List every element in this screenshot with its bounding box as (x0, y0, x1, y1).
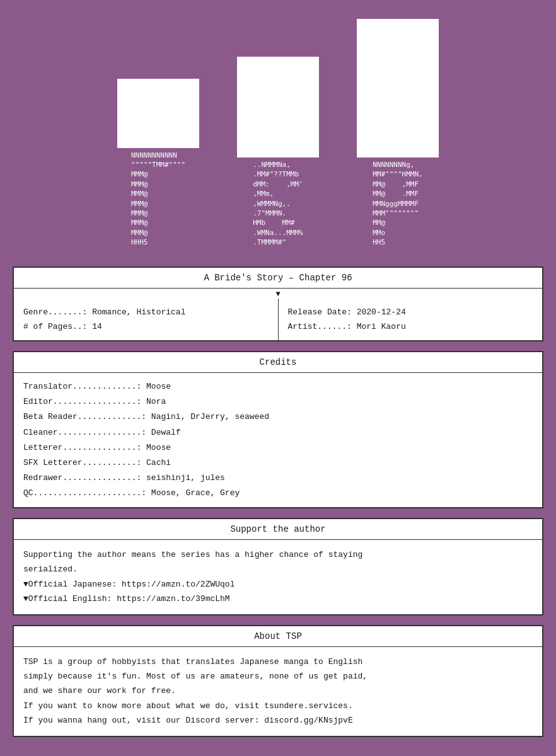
chapter-arrow: ▼ (14, 290, 542, 299)
credit-name-3: Dewalf (151, 428, 181, 437)
artist-label: Artist......: (288, 322, 357, 331)
credit-role-6: Redrawer...............: (23, 473, 146, 483)
credit-line-6: Redrawer...............: seishinji, jule… (23, 471, 533, 486)
support-en-url[interactable]: https://amzn.to/39mcLhM (117, 594, 229, 604)
about-box: About TSP TSP is a group of hobbyists th… (13, 625, 543, 737)
bar1-ascii: NNNNNNNNNNN """""TMM#"""" MMM@ MMM@ MMM@… (131, 151, 185, 248)
support-line1: Supporting the author means the series h… (23, 547, 533, 562)
about-line5: If you wanna hang out, visit our Discord… (23, 713, 533, 728)
support-jp-url[interactable]: https://amzn.to/2ZWUqol (122, 580, 235, 589)
chapter-title: A Bride's Story – Chapter 96 (14, 268, 542, 289)
credits-body: Translator.............: MooseEditor....… (14, 373, 542, 507)
about-body: TSP is a group of hobbyists that transla… (14, 647, 542, 736)
bar3-ascii: NNNNNNNNg, MM#""""HMMN, MM@ ,MMF MM@ .MM… (373, 160, 422, 248)
about-line2: simply because it's fun. Most of us are … (23, 669, 533, 684)
pages-line: # of Pages..: 14 (23, 319, 269, 334)
support-jp-line: ▼Official Japanese: https://amzn.to/2ZWU… (23, 577, 533, 592)
release-line: Release Date: 2020-12-24 (288, 305, 533, 319)
release-label: Release Date: (288, 307, 357, 317)
credit-name-7: Moose, Grace, Grey (151, 488, 240, 498)
credits-title: Credits (14, 352, 542, 373)
bar3 (357, 19, 439, 158)
credit-line-2: Beta Reader.............: Nagini, DrJerr… (23, 410, 533, 425)
about-title: About TSP (14, 626, 542, 647)
credit-name-5: Cachi (146, 458, 171, 467)
chapter-info-right: Release Date: 2020-12-24 Artist......: M… (279, 299, 543, 341)
credit-line-1: Editor.................: Nora (23, 394, 533, 410)
credit-role-4: Letterer...............: (23, 443, 146, 452)
credit-role-0: Translator.............: (23, 382, 146, 391)
hero-section: NNNNNNNNNNN """""TMM#"""" MMM@ MMM@ MMM@… (0, 0, 556, 260)
support-box: Support the author Supporting the author… (13, 518, 543, 616)
support-jp-label: ▼Official Japanese: (23, 580, 122, 589)
about-line3: and we share our work for free. (23, 684, 533, 698)
credit-role-5: SFX Letterer...........: (23, 458, 146, 467)
bar2-container: ..NMMMNa, .MM#"??TMMb dMM: ,MM' ,MMm, ,W… (237, 57, 319, 248)
support-body: Supporting the author means the series h… (14, 540, 542, 614)
chapter-info-left: Genre.......: Romance, Historical # of P… (14, 299, 279, 341)
pages-value: 14 (92, 322, 102, 331)
bar1 (117, 79, 199, 148)
credit-name-6: seishinji, jules (146, 473, 225, 483)
credit-name-1: Nora (146, 397, 166, 406)
about-line1: TSP is a group of hobbyists that transla… (23, 655, 533, 669)
credit-line-0: Translator.............: Moose (23, 379, 533, 394)
credit-line-4: Letterer...............: Moose (23, 440, 533, 455)
credit-role-3: Cleaner.................: (23, 428, 151, 437)
credit-name-2: Nagini, DrJerry, seaweed (151, 412, 269, 421)
chapter-info-grid: Genre.......: Romance, Historical # of P… (14, 299, 542, 341)
release-value: 2020-12-24 (357, 307, 406, 317)
about-line4: If you want to know more about what we d… (23, 699, 533, 713)
bar3-container: NNNNNNNNg, MM#""""HMMN, MM@ ,MMF MM@ .MM… (357, 19, 439, 248)
support-line2: serialized. (23, 562, 533, 576)
support-title: Support the author (14, 519, 542, 540)
credit-name-4: Moose (146, 443, 171, 452)
artist-line: Artist......: Mori Kaoru (288, 319, 533, 334)
credit-role-7: QC......................: (23, 488, 151, 498)
genre-label: Genre.......: (23, 307, 92, 317)
credit-line-5: SFX Letterer...........: Cachi (23, 455, 533, 471)
credits-box: Credits Translator.............: MooseEd… (13, 351, 543, 508)
support-en-label: ▼Official English: (23, 594, 117, 604)
content-area: A Bride's Story – Chapter 96 ▼ Genre....… (0, 260, 556, 756)
credit-name-0: Moose (146, 382, 171, 391)
bar2 (237, 57, 319, 158)
bar2-ascii: ..NMMMNa, .MM#"??TMMb dMM: ,MM' ,MMm, ,W… (253, 160, 303, 248)
artist-value: Mori Kaoru (357, 322, 406, 331)
bar1-container: NNNNNNNNNNN """""TMM#"""" MMM@ MMM@ MMM@… (117, 79, 199, 248)
genre-line: Genre.......: Romance, Historical (23, 305, 269, 319)
genre-value: Romance, Historical (92, 307, 185, 317)
chapter-info-box: A Bride's Story – Chapter 96 ▼ Genre....… (13, 266, 543, 342)
pages-label: # of Pages..: (23, 322, 92, 331)
credit-role-2: Beta Reader.............: (23, 412, 151, 421)
credit-role-1: Editor.................: (23, 397, 146, 406)
support-en-line: ▼Official English: https://amzn.to/39mcL… (23, 592, 533, 606)
credit-line-7: QC......................: Moose, Grace, … (23, 486, 533, 501)
credit-line-3: Cleaner.................: Dewalf (23, 425, 533, 440)
